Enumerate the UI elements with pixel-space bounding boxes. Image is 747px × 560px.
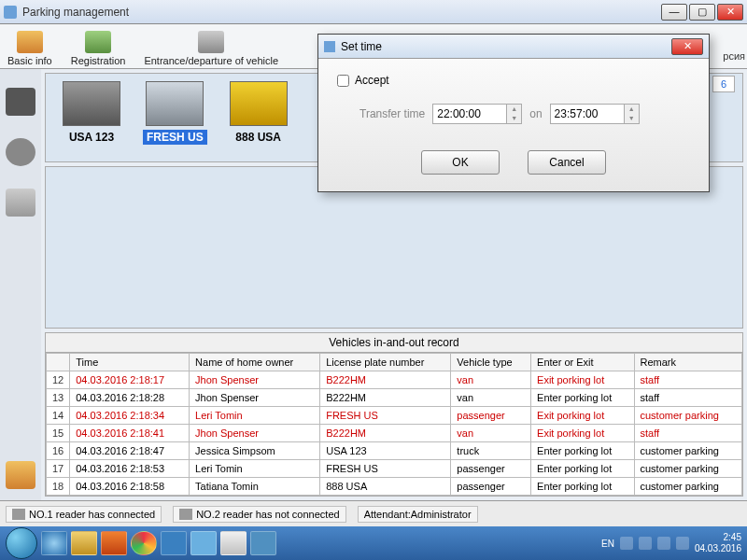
table-title: Vehicles in-and-out record xyxy=(46,333,742,353)
cell: 04.03.2016 2:18:47 xyxy=(70,442,190,460)
taskbar-app-icon[interactable] xyxy=(161,531,187,555)
taskbar-chrome-icon[interactable] xyxy=(131,531,157,555)
taskbar-folder-icon[interactable] xyxy=(71,531,97,555)
clock[interactable]: 2:45 04.03.2016 xyxy=(695,532,741,554)
table-row[interactable]: 1304.03.2016 2:18:28Jhon SpenserB222HMva… xyxy=(47,389,742,407)
connector-icon xyxy=(12,509,25,520)
taskbar-media-icon[interactable] xyxy=(101,531,127,555)
vehicle-card[interactable]: 888 USA xyxy=(230,81,288,154)
cell: Jhon Spenser xyxy=(190,371,320,389)
cell: passenger xyxy=(451,407,531,425)
attendant-status: Attendant:Administrator xyxy=(358,506,478,523)
vehicle-label: FRESH US xyxy=(143,130,207,145)
row-number: 18 xyxy=(47,478,70,496)
speaker-icon[interactable] xyxy=(6,138,35,166)
cell: van xyxy=(451,371,531,389)
ok-button[interactable]: OK xyxy=(421,150,500,175)
cell: Exit porking lot xyxy=(531,371,634,389)
cell: staff xyxy=(634,425,742,442)
flag-icon[interactable] xyxy=(639,537,652,550)
table-row[interactable]: 1604.03.2016 2:18:47Jessica SimpsomUSA 1… xyxy=(47,442,742,460)
clock-date: 04.03.2016 xyxy=(695,543,741,554)
cell: B222HM xyxy=(320,425,451,442)
row-number: 16 xyxy=(47,442,70,460)
table-row[interactable]: 1404.03.2016 2:18:34Leri TominFRESH USpa… xyxy=(47,407,742,425)
volume-icon[interactable] xyxy=(676,537,689,550)
table-row[interactable]: 1504.03.2016 2:18:41Jhon SpenserB222HMva… xyxy=(47,425,742,442)
transfer-time-label: Transfer time xyxy=(359,107,425,120)
toolbar-entrance-departure[interactable]: Entrance/departure of vehicle xyxy=(144,31,278,66)
column-header[interactable]: Vehicle type xyxy=(451,354,531,371)
vehicle-card[interactable]: USA 123 xyxy=(63,81,120,154)
table-row[interactable]: 1804.03.2016 2:18:58Tatiana Tomin888 USA… xyxy=(47,478,742,496)
cell: passenger xyxy=(451,460,531,478)
toolbar-basic-info[interactable]: Basic info xyxy=(7,31,52,66)
down-arrow-icon[interactable]: ▼ xyxy=(507,114,521,123)
cell: Enter porking lot xyxy=(531,389,634,407)
cell: 888 USA xyxy=(320,478,451,496)
cell: van xyxy=(451,425,531,442)
vehicle-thumbnail xyxy=(63,81,120,126)
down-arrow-icon[interactable]: ▼ xyxy=(625,114,639,123)
taskbar-explorer-icon[interactable] xyxy=(41,531,67,555)
tray-chevron-icon[interactable] xyxy=(620,537,633,550)
lang-indicator[interactable]: EN xyxy=(601,539,614,549)
status-text: NO.2 reader has not connected xyxy=(196,509,339,520)
cell: staff xyxy=(634,389,742,407)
cell: 04.03.2016 2:18:53 xyxy=(70,460,190,478)
cell: truck xyxy=(451,442,531,460)
table-row[interactable]: 1204.03.2016 2:18:17Jhon SpenserB222HMva… xyxy=(47,371,742,389)
car-side-icon[interactable] xyxy=(6,189,35,217)
maximize-button[interactable]: ▢ xyxy=(689,4,715,21)
column-header[interactable]: Time xyxy=(70,354,190,371)
clock-time: 2:45 xyxy=(695,532,741,543)
cell: Exit porking lot xyxy=(531,407,634,425)
time2-input[interactable] xyxy=(550,104,625,124)
app-icon xyxy=(4,6,17,19)
start-button[interactable] xyxy=(6,527,37,559)
cell: 04.03.2016 2:18:34 xyxy=(70,407,190,425)
dialog-titlebar: Set time ✕ xyxy=(318,35,709,59)
column-header[interactable]: Remark xyxy=(634,354,742,371)
vehicle-thumbnail xyxy=(146,81,204,126)
count-box: 6 xyxy=(712,76,735,92)
network-icon[interactable] xyxy=(657,537,670,550)
cancel-button[interactable]: Cancel xyxy=(528,150,606,175)
taskbar-app3-icon[interactable] xyxy=(250,531,276,555)
taskbar-paint-icon[interactable] xyxy=(220,531,247,555)
cell: B222HM xyxy=(320,371,451,389)
system-tray: EN 2:45 04.03.2016 xyxy=(601,532,741,554)
cell: Leri Tomin xyxy=(190,407,320,425)
accept-checkbox-row[interactable]: Accept xyxy=(337,74,690,87)
time1-spinner[interactable]: ▲▼ xyxy=(432,104,522,124)
reader2-status: NO.2 reader has not connected xyxy=(173,506,345,523)
table-header-row: TimeName of home ownerLicense plate numb… xyxy=(47,354,742,371)
time1-input[interactable] xyxy=(432,104,507,124)
cell: van xyxy=(451,389,531,407)
table-row[interactable]: 1704.03.2016 2:18:53Leri TominFRESH USpa… xyxy=(47,460,742,478)
column-header[interactable]: License plate number xyxy=(320,354,451,371)
taskbar-app2-icon[interactable] xyxy=(190,531,217,555)
person-icon[interactable] xyxy=(6,461,35,489)
column-header[interactable]: Name of home owner xyxy=(190,354,320,371)
status-text: NO.1 reader has connected xyxy=(29,509,155,520)
version-fragment: рсия xyxy=(723,50,745,62)
cell: 04.03.2016 2:18:41 xyxy=(70,425,190,442)
car-icon xyxy=(85,31,111,53)
cell: Jhon Spenser xyxy=(190,425,320,442)
up-arrow-icon[interactable]: ▲ xyxy=(507,105,521,114)
cell: Jessica Simpsom xyxy=(190,442,320,460)
close-button[interactable]: ✕ xyxy=(717,4,743,21)
cell: 04.03.2016 2:18:28 xyxy=(70,389,190,407)
vehicle-card[interactable]: FRESH US xyxy=(143,81,207,154)
column-header[interactable]: Enter or Exit xyxy=(531,354,634,371)
accept-checkbox[interactable] xyxy=(337,75,349,87)
arrow-right-icon[interactable] xyxy=(6,88,35,116)
dialog-close-button[interactable]: ✕ xyxy=(671,38,703,55)
minimize-button[interactable]: — xyxy=(661,4,687,21)
up-arrow-icon[interactable]: ▲ xyxy=(625,105,639,114)
dialog-app-icon xyxy=(324,41,335,52)
toolbar-registration[interactable]: Registration xyxy=(71,31,126,66)
transfer-time-row: Transfer time ▲▼ on ▲▼ xyxy=(359,104,690,124)
time2-spinner[interactable]: ▲▼ xyxy=(550,104,640,124)
